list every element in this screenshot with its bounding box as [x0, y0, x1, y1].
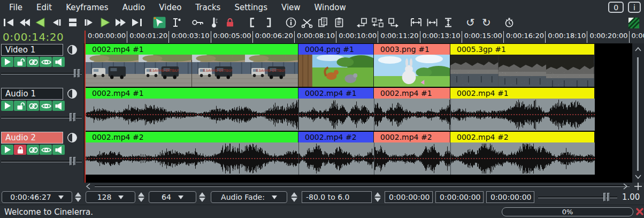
- track-draw-toggle[interactable]: [40, 145, 52, 155]
- menu-tracks[interactable]: Tracks: [188, 0, 227, 15]
- clip-title[interactable]: 0002.mp4 #1: [374, 88, 450, 99]
- clip-info-button[interactable]: [283, 16, 298, 29]
- timebar-ruler[interactable]: 0:00:00:000:00:01:200:00:03:100:00:05:00…: [84, 30, 644, 43]
- track-arm-toggle[interactable]: [14, 57, 26, 67]
- frame-reverse-button[interactable]: [49, 16, 64, 29]
- clip-title[interactable]: 0002.mp4 #2: [374, 132, 450, 142]
- amplitude-zoom-combo[interactable]: 64: [149, 191, 196, 203]
- fit-selection-button[interactable]: [409, 16, 423, 29]
- frame-zoom-spinner[interactable]: [137, 191, 145, 203]
- paste-asset-button[interactable]: [386, 16, 401, 29]
- frame-forward-button[interactable]: [81, 16, 96, 29]
- scroll-left-icon[interactable]: [85, 183, 91, 190]
- clip-title[interactable]: 0002.mp4 #1: [298, 88, 374, 99]
- play-button[interactable]: [97, 16, 112, 29]
- track-expand-button[interactable]: [66, 132, 78, 144]
- clip-title[interactable]: 0002.mp4 #2: [298, 132, 374, 142]
- horizontal-scrollbar[interactable]: [84, 183, 644, 190]
- cancel-icon[interactable]: [635, 207, 644, 216]
- fader-handle[interactable]: [70, 113, 76, 122]
- track-expand-button[interactable]: [66, 44, 78, 56]
- clip-title[interactable]: 0002.mp4 #1: [86, 88, 298, 99]
- duration-zoom-spinner[interactable]: [74, 191, 82, 203]
- menu-file[interactable]: File: [2, 0, 29, 15]
- track-gang-toggle[interactable]: [27, 101, 39, 111]
- track-mute-toggle[interactable]: [52, 57, 65, 67]
- undo-button[interactable]: ↺: [463, 16, 478, 29]
- menu-settings[interactable]: Settings: [227, 0, 274, 15]
- clip-title[interactable]: 0002.mp4 #1: [450, 88, 595, 99]
- vertical-scrollbar[interactable]: [632, 43, 644, 183]
- fit-autos-button[interactable]: [425, 16, 439, 29]
- paste-button[interactable]: [332, 16, 346, 29]
- track-fader-slider[interactable]: [1, 112, 82, 122]
- automation-type-spinner[interactable]: [290, 191, 298, 203]
- rewind-button[interactable]: [1, 16, 16, 29]
- copy-button[interactable]: [316, 16, 330, 29]
- automation-range-field[interactable]: [302, 191, 372, 203]
- scroll-right-icon[interactable]: [622, 183, 628, 190]
- reverse-play-button[interactable]: [33, 16, 48, 29]
- menu-audio[interactable]: Audio: [116, 0, 152, 15]
- menu-keyframes[interactable]: Keyframes: [59, 0, 116, 15]
- manual-goto-button[interactable]: [502, 16, 516, 29]
- selection-length-field[interactable]: [486, 191, 534, 203]
- amplitude-zoom-spinner[interactable]: [198, 191, 206, 203]
- fader-handle[interactable]: [74, 69, 81, 78]
- track-expand-button[interactable]: [66, 88, 78, 100]
- selection-end-field[interactable]: [435, 191, 484, 203]
- audio-waveform[interactable]: [86, 142, 632, 175]
- track-mute-toggle[interactable]: [52, 101, 65, 111]
- track-draw-toggle[interactable]: [40, 57, 52, 67]
- fit-all-autos-button[interactable]: [441, 16, 455, 29]
- lock-labels-button[interactable]: [223, 16, 237, 29]
- fast-forward-button[interactable]: [113, 16, 128, 29]
- video-thumbnails[interactable]: Il.bAnHb-DtTtbU! Il.bAnHb-DtTtbU! Il.bAn…: [86, 55, 632, 87]
- automation-range-spinner[interactable]: [374, 191, 381, 203]
- menu-video[interactable]: Video: [152, 0, 188, 15]
- selection-start-field[interactable]: [385, 191, 433, 203]
- track-gang-toggle[interactable]: [27, 145, 39, 155]
- undo-count-button[interactable]: 0: [608, 2, 624, 13]
- swap-assets-button[interactable]: [370, 16, 385, 29]
- track-fader-slider[interactable]: [1, 69, 82, 78]
- menu-window[interactable]: Window: [308, 0, 353, 15]
- ibeam-mode-button[interactable]: [168, 16, 182, 29]
- fast-reverse-button[interactable]: [17, 16, 32, 29]
- jump-to-end-button[interactable]: [129, 16, 144, 29]
- clip-title[interactable]: 0003.png #1: [374, 44, 450, 55]
- automation-type-combo[interactable]: Audio Fade:: [211, 191, 287, 203]
- out-point-button[interactable]: [261, 16, 275, 29]
- gain-slider[interactable]: [538, 191, 617, 203]
- frame-zoom-combo[interactable]: 128: [86, 191, 135, 203]
- redo-button[interactable]: ↻: [479, 16, 494, 29]
- track-arm-toggle[interactable]: [14, 145, 26, 155]
- in-point-button[interactable]: [245, 16, 259, 29]
- track-title-field[interactable]: [1, 132, 63, 144]
- timeline-canvas[interactable]: 0002.mp4 #10004.png #10003.png #10005.3g…: [84, 43, 632, 183]
- scroll-down-icon[interactable]: [634, 174, 642, 179]
- split-button[interactable]: [300, 16, 314, 29]
- track-title-field[interactable]: [1, 44, 63, 56]
- clip-title[interactable]: 0002.mp4 #1: [86, 44, 298, 55]
- span-keyframe-button[interactable]: [206, 16, 221, 29]
- track-play-toggle[interactable]: [1, 101, 13, 111]
- scroll-up-icon[interactable]: [634, 47, 642, 52]
- track-fader-slider[interactable]: [1, 156, 82, 166]
- to-clip-button[interactable]: [354, 16, 369, 29]
- info-button[interactable]: i: [628, 2, 641, 13]
- duration-zoom-combo[interactable]: 0:00:46:27: [2, 191, 72, 203]
- gain-slider-handle[interactable]: [603, 193, 610, 201]
- track-draw-toggle[interactable]: [40, 101, 52, 111]
- clip-title[interactable]: 0005.3gp #1: [450, 44, 595, 55]
- track-mute-toggle[interactable]: [52, 145, 65, 155]
- track-play-toggle[interactable]: [1, 57, 13, 67]
- menu-view[interactable]: View: [274, 0, 308, 15]
- audio-waveform[interactable]: [86, 99, 632, 131]
- clip-title[interactable]: 0002.mp4 #2: [86, 132, 298, 142]
- clip-title[interactable]: 0004.png #1: [298, 44, 374, 55]
- fader-handle[interactable]: [70, 157, 76, 166]
- arrow-mode-button[interactable]: [152, 16, 166, 29]
- stop-button[interactable]: [65, 16, 80, 29]
- playhead-line[interactable]: [85, 31, 86, 183]
